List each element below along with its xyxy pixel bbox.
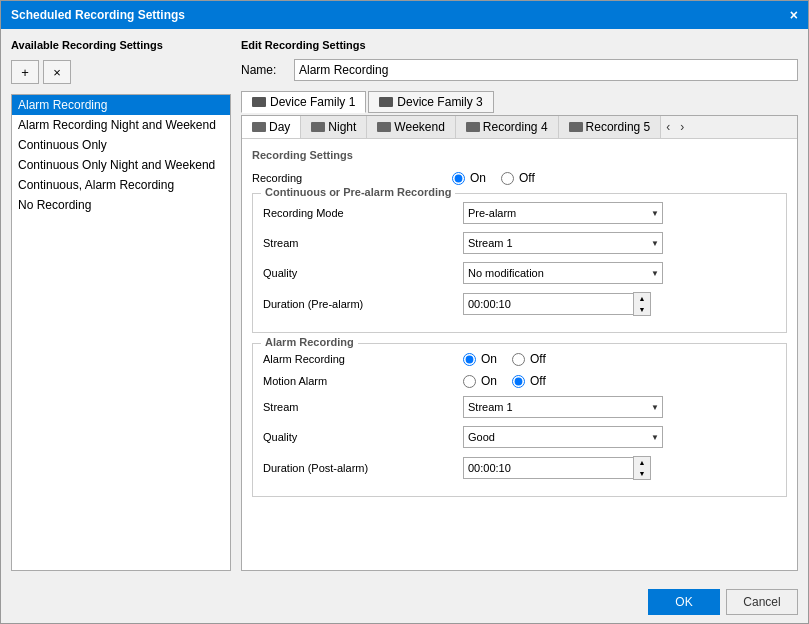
duration-post-label: Duration (Post-alarm) (263, 462, 463, 474)
alarm-stream-dropdown[interactable]: Stream 1 Stream 2 (463, 396, 663, 418)
recording-on-radio[interactable]: On (452, 171, 486, 185)
alarm-quality-label: Quality (263, 431, 463, 443)
alarm-quality-dropdown[interactable]: No modification Good Medium Low (463, 426, 663, 448)
recording-off-radio[interactable]: Off (501, 171, 535, 185)
main-content: Day Night Weekend Recording 4 (241, 115, 798, 571)
recording-on-label: On (470, 171, 486, 185)
quality-dropdown[interactable]: No modification Good Medium Low (463, 262, 663, 284)
list-item[interactable]: Continuous Only Night and Weekend (12, 155, 230, 175)
alarm-stream-row: Stream Stream 1 Stream 2 (263, 396, 776, 418)
mode-label: Recording Mode (263, 207, 463, 219)
alarm-off-label: Off (530, 352, 546, 366)
alarm-on-input[interactable] (463, 353, 476, 366)
continuous-section: Continuous or Pre-alarm Recording Record… (252, 193, 787, 333)
close-button[interactable]: × (790, 7, 798, 23)
stream-row: Stream Stream 1 Stream 2 (263, 232, 776, 254)
name-label: Name: (241, 63, 286, 77)
alarm-quality-row: Quality No modification Good Medium Low (263, 426, 776, 448)
mode-row: Recording Mode Pre-alarm Continuous Off (263, 202, 776, 224)
motion-off-input[interactable] (512, 375, 525, 388)
alarm-on-radio[interactable]: On (463, 352, 497, 366)
left-panel-buttons: + × (11, 60, 231, 84)
name-row: Name: (241, 59, 798, 81)
tab-recording4[interactable]: Recording 4 (456, 116, 559, 138)
duration-pre-input[interactable] (463, 293, 633, 315)
list-item[interactable]: Continuous, Alarm Recording (12, 175, 230, 195)
tab-scroll-left[interactable]: ‹ (661, 118, 675, 136)
device-tabs: Device Family 1 Device Family 3 (241, 91, 798, 113)
duration-pre-spin-down[interactable]: ▼ (634, 304, 650, 315)
motion-on-input[interactable] (463, 375, 476, 388)
tab-recording5[interactable]: Recording 5 (559, 116, 662, 138)
recording-on-input[interactable] (452, 172, 465, 185)
alarm-off-radio[interactable]: Off (512, 352, 546, 366)
alarm-recording-label: Alarm Recording (263, 353, 463, 365)
tab-day-label: Day (269, 120, 290, 134)
stream-dropdown[interactable]: Stream 1 Stream 2 (463, 232, 663, 254)
duration-pre-row: Duration (Pre-alarm) ▲ ▼ (263, 292, 776, 316)
device-tab-icon (252, 97, 266, 107)
motion-off-radio[interactable]: Off (512, 374, 546, 388)
left-panel: Available Recording Settings + × Alarm R… (11, 39, 231, 571)
list-item[interactable]: No Recording (12, 195, 230, 215)
list-item[interactable]: Alarm Recording Night and Weekend (12, 115, 230, 135)
right-panel: Edit Recording Settings Name: Device Fam… (241, 39, 798, 571)
tab-recording5-label: Recording 5 (586, 120, 651, 134)
device-tab-1-label: Device Family 1 (270, 95, 355, 109)
tab-weekend-label: Weekend (394, 120, 444, 134)
duration-post-row: Duration (Post-alarm) ▲ ▼ (263, 456, 776, 480)
left-panel-title: Available Recording Settings (11, 39, 231, 51)
alarm-quality-dropdown-wrap: No modification Good Medium Low (463, 426, 663, 448)
motion-row: Motion Alarm On Off (263, 374, 776, 388)
recording-settings-box: Recording Settings Recording On Off (242, 139, 797, 570)
motion-on-label: On (481, 374, 497, 388)
tab-night-label: Night (328, 120, 356, 134)
add-button[interactable]: + (11, 60, 39, 84)
mode-dropdown[interactable]: Pre-alarm Continuous Off (463, 202, 663, 224)
device-tab-3[interactable]: Device Family 3 (368, 91, 493, 113)
alarm-section: Alarm Recording Alarm Recording On (252, 343, 787, 497)
alarm-on-label: On (481, 352, 497, 366)
title-bar: Scheduled Recording Settings × (1, 1, 808, 29)
duration-post-input[interactable] (463, 457, 633, 479)
tab-day[interactable]: Day (242, 116, 301, 138)
alarm-off-input[interactable] (512, 353, 525, 366)
quality-label: Quality (263, 267, 463, 279)
motion-value: On Off (463, 374, 546, 388)
list-item[interactable]: Continuous Only (12, 135, 230, 155)
name-input[interactable] (294, 59, 798, 81)
duration-post-spin-down[interactable]: ▼ (634, 468, 650, 479)
alarm-stream-label: Stream (263, 401, 463, 413)
tab-scroll-right[interactable]: › (675, 118, 689, 136)
schedule-tabs: Day Night Weekend Recording 4 (242, 116, 797, 139)
list-item[interactable]: Alarm Recording (12, 95, 230, 115)
dialog-body: Available Recording Settings + × Alarm R… (1, 29, 808, 581)
recording-settings-title: Recording Settings (252, 149, 787, 161)
tab-rec4-icon (466, 122, 480, 132)
recording-off-label: Off (519, 171, 535, 185)
duration-post-spin-buttons: ▲ ▼ (633, 456, 651, 480)
duration-pre-spin-up[interactable]: ▲ (634, 293, 650, 304)
recording-off-input[interactable] (501, 172, 514, 185)
device-tab-3-label: Device Family 3 (397, 95, 482, 109)
quality-dropdown-wrap: No modification Good Medium Low (463, 262, 663, 284)
recording-label: Recording (252, 172, 452, 184)
tab-weekend[interactable]: Weekend (367, 116, 455, 138)
cancel-button[interactable]: Cancel (726, 589, 798, 615)
alarm-stream-dropdown-wrap: Stream 1 Stream 2 (463, 396, 663, 418)
ok-button[interactable]: OK (648, 589, 720, 615)
tab-night[interactable]: Night (301, 116, 367, 138)
tab-rec5-icon (569, 122, 583, 132)
recording-row: Recording On Off (252, 171, 787, 185)
duration-post-spin-up[interactable]: ▲ (634, 457, 650, 468)
device-tab-icon (379, 97, 393, 107)
dialog-footer: OK Cancel (1, 581, 808, 623)
duration-pre-label: Duration (Pre-alarm) (263, 298, 463, 310)
duration-pre-spin-buttons: ▲ ▼ (633, 292, 651, 316)
device-tab-1[interactable]: Device Family 1 (241, 91, 366, 113)
stream-label: Stream (263, 237, 463, 249)
remove-button[interactable]: × (43, 60, 71, 84)
tab-day-icon (252, 122, 266, 132)
motion-on-radio[interactable]: On (463, 374, 497, 388)
quality-row: Quality No modification Good Medium Low (263, 262, 776, 284)
